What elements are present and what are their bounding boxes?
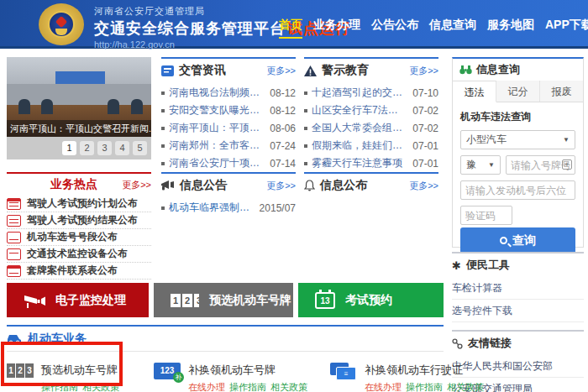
warning-link[interactable]: 雾霾天行车注意事项 — [312, 156, 407, 170]
guide-link[interactable]: 操作指南 — [41, 382, 78, 392]
announcements-header: 信息公告 更多>> — [161, 174, 296, 197]
news-link[interactable]: 河南省公安厅十项惠民举措... — [169, 156, 265, 170]
warning-date: 07-02 — [412, 123, 438, 134]
warning-header: 警示教育 更多>> — [304, 59, 438, 82]
tab-points[interactable]: 记分 — [496, 81, 540, 102]
online-apply-link[interactable]: 在线办理 — [365, 382, 402, 392]
hotspot-label: 套牌案件联系表公布 — [27, 264, 118, 278]
bullet-icon — [304, 91, 307, 95]
carousel-page-4[interactable]: 4 — [115, 141, 129, 155]
service-links: 在线办理操作指南相关政策 — [188, 381, 312, 392]
nav-service-map[interactable]: 服务地图 — [487, 18, 534, 39]
policy-link[interactable]: 相关政策 — [447, 382, 484, 392]
carousel-page-5[interactable]: 5 — [133, 141, 147, 155]
publications-section: 信息公布 更多>> — [304, 172, 438, 197]
vehicle-type-select[interactable]: 小型汽车 — [460, 130, 575, 149]
policy-link[interactable]: 相关政策 — [270, 382, 307, 392]
bullet-icon — [304, 162, 307, 165]
news-link[interactable]: 河南郑州：全市客运驾驶员... — [169, 139, 265, 153]
hotspot-item[interactable]: 套牌案件联系表公布 — [7, 263, 151, 280]
policy-link[interactable]: 相关政策 — [82, 382, 119, 392]
hotspot-label: 驾驶人考试预约计划公布 — [27, 196, 138, 211]
e-monitoring-banner[interactable]: 电子监控处理 — [7, 283, 149, 317]
banner-label: 考试预约 — [345, 293, 392, 308]
online-apply-link[interactable]: 在线办理 — [188, 382, 225, 392]
carousel-caption[interactable]: 河南平顶山：平顶山交警召开新闻... — [7, 120, 151, 137]
guide-link[interactable]: 操作指南 — [229, 382, 266, 392]
news-link[interactable]: 安阳交警支队曝光200辆私... — [169, 103, 265, 118]
tool-link[interactable]: 车检计算器 — [452, 277, 584, 300]
plate-digit: 2 — [182, 294, 192, 307]
tool-link[interactable]: 选号控件下载 — [452, 300, 584, 322]
captcha-input[interactable] — [460, 206, 512, 225]
hotspot-item[interactable]: 交通技术监控设备公布 — [7, 246, 151, 263]
carousel-page-3[interactable]: 3 — [97, 141, 112, 155]
service-replace-license[interactable]: ≡ 补换领机动车行驶证 在线办理操作指南相关政策 — [330, 363, 488, 392]
plate-digit: 1 — [7, 363, 15, 378]
hotspot-item[interactable]: 驾驶人考试预约计划公布 — [7, 196, 151, 212]
warning-title: 警示教育 — [322, 63, 369, 78]
banner-label: 预选机动车号牌 — [209, 293, 291, 308]
preselect-plate-banner[interactable]: 123 预选机动车号牌 — [154, 283, 293, 317]
carousel-photo[interactable]: 河南平顶山：平顶山交警召开新闻... — [7, 57, 151, 137]
nav-announcements[interactable]: 公告公布 — [371, 18, 418, 39]
blue-plate-icon: 123补 — [154, 363, 181, 379]
chevron-down-icon — [563, 136, 570, 144]
badge-bu-icon: 补 — [173, 372, 184, 383]
engine-number-input[interactable] — [460, 180, 575, 200]
plate-digit: 3 — [25, 363, 34, 378]
tab-scrap[interactable]: 报废 — [540, 81, 583, 102]
nav-home[interactable]: 首页 — [279, 18, 302, 39]
warning-link[interactable]: 假期来临，娃娃们的安全最... — [312, 139, 407, 153]
gray-plate-icon: 123 — [7, 363, 34, 378]
publications-header: 信息公布 更多>> — [304, 174, 438, 197]
news-item: 安阳交警支队曝光200辆私...08-12 — [161, 102, 296, 119]
query-header: 信息查询 — [453, 59, 583, 81]
nav-app-download[interactable]: APP下载 — [545, 18, 588, 39]
province-select[interactable]: 豫 — [460, 155, 501, 175]
hotspot-item[interactable]: 驾驶人考试预约结果公布 — [7, 212, 151, 229]
bullet-icon — [161, 127, 165, 130]
query-button-label: 查询 — [512, 233, 536, 248]
news-more-link[interactable]: 更多>> — [266, 65, 296, 77]
surveillance-camera-icon — [24, 293, 45, 308]
vehicle-type-value: 小型汽车 — [466, 133, 507, 147]
news-link[interactable]: 河南电视台法制频道对安阳... — [169, 86, 265, 100]
publications-more-link[interactable]: 更多>> — [409, 180, 438, 192]
tab-violation[interactable]: 违法 — [453, 81, 496, 102]
hotspots-more-link[interactable]: 更多>> — [122, 179, 151, 191]
service-links: 在线办理操作指南相关政策 — [365, 381, 488, 392]
announcements-more-link[interactable]: 更多>> — [266, 180, 296, 192]
tools-header: ✱ 便民工具 — [452, 253, 584, 277]
news-carousel: 河南平顶山：平顶山交警召开新闻... 1 2 3 4 5 — [7, 57, 151, 159]
bullet-icon — [161, 162, 165, 165]
exam-booking-banner[interactable]: 13 考试预约 — [298, 283, 444, 317]
warning-date: 07-10 — [412, 87, 438, 99]
warning-more-link[interactable]: 更多>> — [409, 65, 438, 77]
news-link[interactable]: 河南平顶山：平顶山交警召... — [169, 121, 265, 135]
warning-link[interactable]: 全国人大常委会组成人员呼... — [312, 121, 407, 135]
service-replace-plate[interactable]: 123补 补换领机动车号牌 在线办理操作指南相关政策 — [154, 363, 312, 392]
hotspot-item[interactable]: 机动车选号号段公布 — [7, 229, 151, 246]
nav-info-query[interactable]: 信息查询 — [429, 18, 476, 39]
announcements-list: 机动车临界强制报废公告2015/07 — [161, 199, 296, 217]
carousel-page-1[interactable]: 1 — [62, 141, 76, 155]
hotspot-label: 交通技术监控设备公布 — [27, 247, 128, 261]
table-icon — [7, 265, 21, 277]
card-lines: ≡ — [336, 367, 356, 380]
bell-icon — [304, 180, 315, 191]
query-submit-button[interactable]: 查询 — [460, 227, 575, 253]
guide-link[interactable]: 操作指南 — [406, 382, 443, 392]
carousel-page-2[interactable]: 2 — [80, 141, 94, 155]
warning-link[interactable]: 十起酒驾引起的交通事故典... — [312, 86, 407, 100]
warning-triangle-icon — [304, 65, 317, 76]
plate-digit: 1 — [171, 294, 181, 307]
warning-link[interactable]: 山区安全行车7法则 这里的... — [312, 103, 407, 118]
publications-title: 信息公布 — [320, 178, 367, 193]
hotspots-title: 业务热点 — [50, 177, 97, 192]
nav-business[interactable]: 业务办理 — [313, 18, 360, 39]
keyboard-icon[interactable]: + — [562, 159, 572, 170]
announcement-link[interactable]: 机动车临界强制报废公告 — [169, 201, 255, 215]
warning-date: 07-01 — [412, 158, 438, 170]
service-preselect-plate[interactable]: 123 预选机动车号牌 操作指南相关政策 — [7, 363, 123, 392]
